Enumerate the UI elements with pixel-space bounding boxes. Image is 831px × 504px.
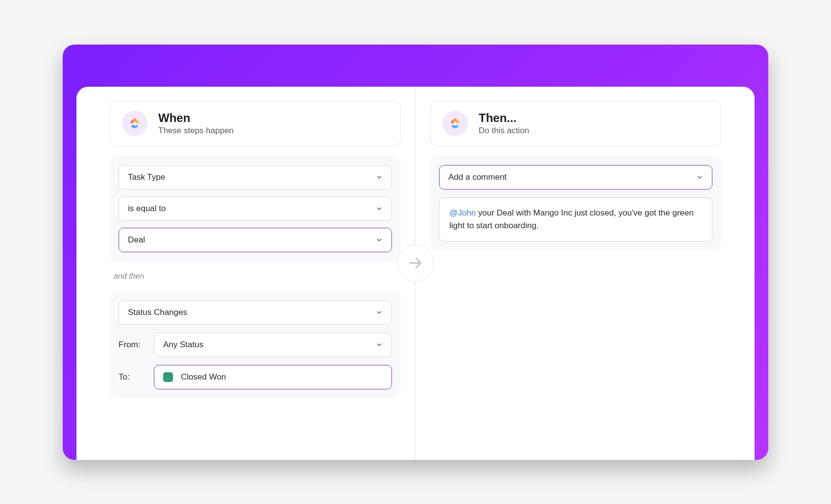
when-header-text: When These steps happen [158,111,234,136]
operator-select[interactable]: is equal to [119,196,392,221]
value-label: Deal [128,235,145,245]
status-changes-select[interactable]: Status Changes [119,300,392,325]
chevron-down-icon [376,237,383,243]
task-type-label: Task Type [128,172,165,182]
to-status-select[interactable]: Closed Won [154,365,392,389]
then-logo [442,111,468,136]
arrow-connector [397,244,434,282]
then-title: Then... [479,111,529,125]
then-header: Then... Do this action [430,100,721,146]
from-status-select[interactable]: Any Status [154,333,392,357]
operator-label: is equal to [128,204,166,214]
then-subtitle: Do this action [479,126,529,136]
value-select[interactable]: Deal [119,228,392,252]
arrow-right-icon [408,255,423,271]
chevron-down-icon [696,174,703,181]
task-type-select[interactable]: Task Type [119,165,392,190]
when-header: When These steps happen [110,100,401,146]
then-column: Then... Do this action Add a comment @Jo… [416,100,736,460]
comment-input[interactable]: @John your Deal with Mango Inc just clos… [439,197,712,242]
chevron-down-icon [376,174,383,181]
clickup-icon [448,116,463,131]
clickup-icon [127,116,142,131]
when-logo [122,111,147,136]
automation-frame: When These steps happen Task Type is equ… [63,45,768,460]
comment-mention: @John [449,208,476,217]
when-subtitle: These steps happen [158,126,234,136]
to-label: To: [119,372,145,382]
then-action-card: Add a comment @John your Deal with Mango… [430,156,721,251]
status-changes-label: Status Changes [128,308,187,317]
chevron-down-icon [376,341,383,348]
chevron-down-icon [376,309,383,316]
from-label: From: [119,340,145,350]
from-status-row: From: Any Status [119,333,392,357]
chevron-down-icon [376,205,383,212]
to-status-value: Closed Won [181,372,226,382]
when-condition-card: Task Type is equal to Deal [110,156,401,261]
and-then-label: and then [114,272,401,281]
status-color-dot [163,372,173,382]
when-title: When [158,111,234,125]
comment-text: your Deal with Mango Inc just closed, yo… [449,208,694,230]
automation-card: When These steps happen Task Type is equ… [76,87,755,460]
then-header-text: Then... Do this action [479,111,529,136]
when-status-card: Status Changes From: Any Status [110,291,401,398]
action-label: Add a comment [448,172,507,182]
action-select[interactable]: Add a comment [439,165,712,190]
from-status-value: Any Status [163,340,203,350]
to-status-row: To: Closed Won [119,365,392,389]
when-column: When These steps happen Task Type is equ… [95,100,416,460]
